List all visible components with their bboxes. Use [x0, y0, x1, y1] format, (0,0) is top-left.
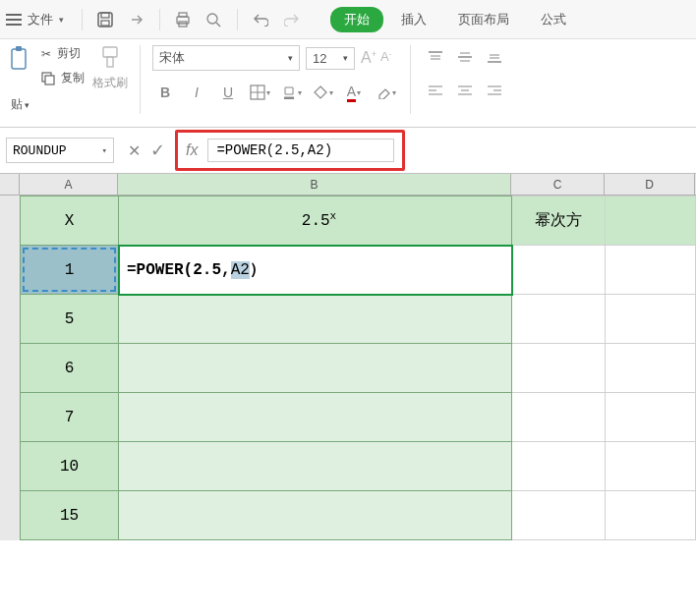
cell[interactable] [606, 344, 696, 393]
spreadsheet: A B C D X 2.5x 幂次方 1 =POWER(2.5,A2） [0, 173, 696, 540]
cell[interactable] [119, 344, 512, 393]
svg-rect-0 [98, 13, 112, 27]
name-box[interactable]: ROUNDUP▾ [6, 138, 114, 163]
cell-A2[interactable]: 1 [21, 246, 119, 295]
svg-rect-9 [16, 46, 22, 51]
tab-start[interactable]: 开始 [330, 7, 383, 32]
paste-icon[interactable] [6, 45, 33, 73]
cell[interactable] [119, 393, 512, 442]
format-painter-button[interactable]: 格式刷 [92, 45, 128, 91]
cell[interactable] [119, 442, 512, 491]
cell[interactable]: 6 [21, 344, 119, 393]
chevron-down-icon[interactable]: ▾ [59, 15, 64, 25]
cell[interactable] [119, 295, 512, 344]
eraser-button[interactable]: ▾ [373, 81, 398, 104]
grid: X 2.5x 幂次方 1 =POWER(2.5,A2） 5 [20, 196, 696, 540]
cell[interactable] [512, 393, 606, 442]
font-group: 宋体▾ 12▾ A+ A- B I U ▾ ▾ ▾ A▾ ▾ [152, 45, 398, 104]
menu-bar: 文件 ▾ 开始 插入 页面布局 公式 [0, 0, 696, 39]
cell[interactable] [512, 442, 606, 491]
border-button[interactable]: ▾ [247, 81, 272, 104]
align-center-icon[interactable] [452, 79, 478, 102]
file-menu[interactable]: 文件 [28, 11, 53, 28]
row-headers [0, 196, 20, 540]
col-header-A[interactable]: A [20, 174, 118, 195]
cell[interactable] [606, 196, 696, 246]
align-left-icon[interactable] [423, 79, 448, 102]
align-right-icon[interactable] [482, 79, 507, 102]
cell[interactable]: 7 [21, 393, 119, 442]
cell[interactable] [512, 295, 606, 344]
align-middle-icon[interactable] [452, 45, 478, 69]
align-top-icon[interactable] [423, 45, 448, 69]
svg-rect-13 [107, 57, 113, 67]
undo-icon[interactable] [248, 7, 273, 32]
chevron-down-icon[interactable]: ▾ [25, 100, 29, 110]
cell[interactable] [512, 491, 606, 540]
table-row: X 2.5x 幂次方 [21, 196, 696, 246]
redo-icon[interactable] [279, 7, 305, 32]
share-icon[interactable] [124, 7, 149, 32]
svg-line-7 [216, 23, 220, 27]
cell[interactable] [606, 393, 696, 442]
tab-formula[interactable]: 公式 [527, 7, 580, 32]
fill-color-button[interactable]: ▾ [278, 81, 304, 104]
cell[interactable] [512, 344, 606, 393]
cell[interactable] [606, 295, 696, 344]
bold-button[interactable]: B [152, 81, 178, 104]
fill-button[interactable]: ▾ [310, 81, 335, 104]
font-color-button[interactable]: A▾ [341, 81, 367, 104]
cell[interactable]: 15 [21, 491, 119, 540]
cell[interactable]: 2.5x [119, 196, 512, 246]
table-row: 5 [21, 295, 696, 344]
align-bottom-icon[interactable] [482, 45, 507, 69]
col-header-B[interactable]: B [118, 174, 511, 195]
fx-icon[interactable]: fx [186, 141, 198, 159]
scissors-icon: ✂ [41, 47, 51, 61]
chevron-down-icon[interactable]: ▾ [102, 145, 107, 156]
divider [82, 9, 83, 30]
cancel-formula-icon[interactable]: ✕ [128, 141, 141, 160]
save-icon[interactable] [92, 7, 118, 32]
confirm-formula-icon[interactable]: ✓ [150, 140, 165, 161]
print-icon[interactable] [170, 7, 196, 32]
cell-B2-editing[interactable]: =POWER(2.5,A2） [119, 246, 512, 295]
increase-font-icon[interactable]: A+ [361, 49, 377, 67]
cell[interactable] [119, 491, 512, 540]
divider [410, 45, 411, 114]
decrease-font-icon[interactable]: A- [380, 49, 391, 64]
cell[interactable] [606, 491, 696, 540]
hamburger-menu-icon[interactable] [6, 14, 22, 26]
tab-page-layout[interactable]: 页面布局 [444, 7, 523, 32]
copy-icon [41, 72, 55, 85]
cell[interactable]: 10 [21, 442, 119, 491]
cell[interactable] [606, 246, 696, 295]
font-name-select[interactable]: 宋体▾ [152, 45, 300, 71]
table-row: 7 [21, 393, 696, 442]
cell[interactable]: X [21, 196, 119, 246]
cell[interactable]: 幂次方 [512, 196, 606, 246]
svg-rect-2 [101, 21, 109, 26]
cut-button[interactable]: ✂剪切 [41, 45, 85, 62]
formula-input[interactable]: =POWER(2.5,A2) [207, 139, 394, 162]
col-header-C[interactable]: C [511, 174, 605, 195]
col-header-D[interactable]: D [605, 174, 695, 195]
cell[interactable] [512, 246, 606, 295]
select-all-corner[interactable] [0, 174, 20, 195]
table-row: 15 [21, 491, 696, 540]
table-row: 6 [21, 344, 696, 393]
italic-button[interactable]: I [184, 81, 209, 104]
underline-button[interactable]: U [215, 81, 241, 104]
clipboard-actions: ✂剪切 复制 [41, 45, 85, 86]
print-preview-icon[interactable] [202, 7, 227, 32]
svg-rect-4 [179, 13, 187, 17]
font-size-select[interactable]: 12▾ [306, 47, 355, 70]
cell[interactable]: 5 [21, 295, 119, 344]
cell[interactable] [606, 442, 696, 491]
divider [159, 9, 160, 30]
tab-insert[interactable]: 插入 [387, 7, 440, 32]
formula-bar: ROUNDUP▾ ✕ ✓ fx =POWER(2.5,A2) [0, 128, 696, 173]
ribbon: 贴▾ ✂剪切 复制 格式刷 宋体▾ 12▾ A+ A- B I U ▾ ▾ ▾ … [0, 39, 696, 128]
align-group [423, 45, 507, 102]
copy-button[interactable]: 复制 [41, 70, 85, 86]
